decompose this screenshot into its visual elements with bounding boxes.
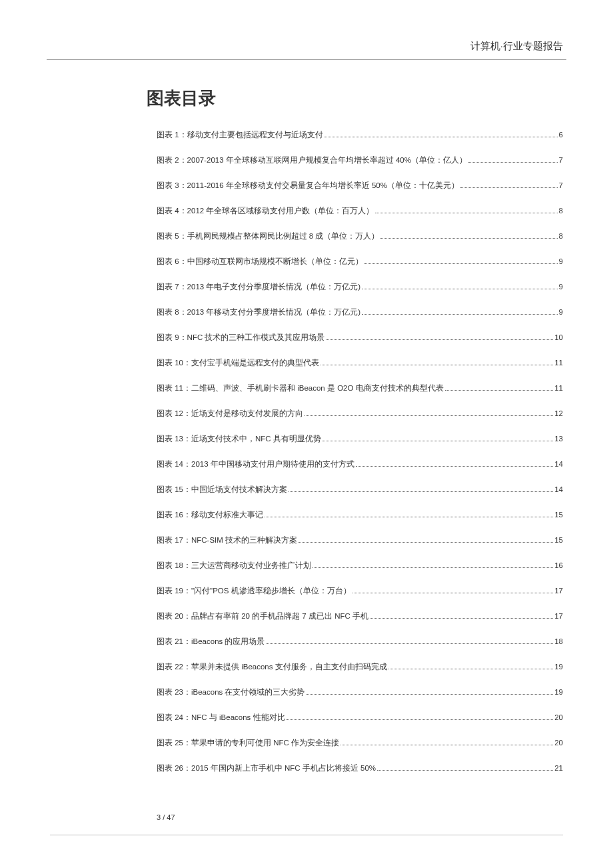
toc-entry[interactable]: 图表 4：2012 年全球各区域移动支付用户数（单位：百万人）8 <box>157 206 563 216</box>
toc-leader <box>289 491 553 492</box>
toc-entry-page: 11 <box>554 384 563 392</box>
toc-entry[interactable]: 图表 3：2011-2016 年全球移动支付交易量复合年均增长率近 50%（单位… <box>157 181 563 191</box>
toc-leader <box>265 517 553 517</box>
toc-entry-page: 6 <box>559 131 563 139</box>
toc-leader <box>340 745 553 745</box>
toc-entry-text: 图表 3：2011-2016 年全球移动支付交易量复合年均增长率近 50%（单位… <box>157 181 459 191</box>
toc-entry-text: 图表 14：2013 年中国移动支付用户期待使用的支付方式 <box>157 459 354 469</box>
toc-leader <box>306 694 554 695</box>
toc-entry-text: 图表 5：手机网民规模占整体网民比例超过 8 成（单位：万人） <box>157 231 379 241</box>
toc-entry[interactable]: 图表 21：iBeacons 的应用场景18 <box>157 637 563 647</box>
toc-entry[interactable]: 图表 5：手机网民规模占整体网民比例超过 8 成（单位：万人）8 <box>157 231 563 241</box>
toc-entry-text: 图表 8：2013 年移动支付分季度增长情况（单位：万亿元) <box>157 307 360 317</box>
toc-entry-page: 20 <box>554 739 563 747</box>
toc-entry[interactable]: 图表 12：近场支付是移动支付发展的方向12 <box>157 409 563 419</box>
toc-entry[interactable]: 图表 19："闪付"POS 机渗透率稳步增长（单位：万台）17 <box>157 586 563 596</box>
toc-leader <box>326 339 553 340</box>
toc-entry-page: 9 <box>559 308 563 316</box>
toc-leader <box>362 289 557 289</box>
toc-title: 图表目录 <box>147 87 566 110</box>
toc-entry[interactable]: 图表 7：2013 年电子支付分季度增长情况（单位：万亿元)9 <box>157 282 563 292</box>
header-category: 计算机·行业专题报告 <box>47 40 566 53</box>
toc-entry-text: 图表 12：近场支付是移动支付发展的方向 <box>157 409 303 419</box>
toc-entry-text: 图表 9：NFC 技术的三种工作模式及其应用场景 <box>157 333 324 343</box>
toc-entry[interactable]: 图表 24：NFC 与 iBeacons 性能对比20 <box>157 713 563 723</box>
toc-entry[interactable]: 图表 26：2015 年国内新上市手机中 NFC 手机占比将接近 50%21 <box>157 763 563 773</box>
toc-entry[interactable]: 图表 1：移动支付主要包括远程支付与近场支付6 <box>157 130 563 140</box>
toc-entry[interactable]: 图表 20：品牌占有率前 20 的手机品牌超 7 成已出 NFC 手机17 <box>157 611 563 621</box>
toc-entry-text: 图表 22：苹果并未提供 iBeacons 支付服务，自主支付由扫码完成 <box>157 662 387 672</box>
toc-entry-page: 17 <box>554 587 563 595</box>
toc-leader <box>445 390 554 391</box>
document-page: 计算机·行业专题报告 图表目录 图表 1：移动支付主要包括远程支付与近场支付6图… <box>0 0 613 868</box>
top-divider <box>47 59 566 60</box>
toc-entry-text: 图表 15：中国近场支付技术解决方案 <box>157 485 287 495</box>
toc-entry-page: 9 <box>559 257 563 265</box>
toc-entry-text: 图表 1：移动支付主要包括远程支付与近场支付 <box>157 130 323 140</box>
toc-entry[interactable]: 图表 10：支付宝手机端是远程支付的典型代表11 <box>157 358 563 368</box>
toc-entry[interactable]: 图表 14：2013 年中国移动支付用户期待使用的支付方式14 <box>157 459 563 469</box>
toc-entry[interactable]: 图表 23：iBeacons 在支付领域的三大劣势19 <box>157 687 563 697</box>
toc-leader <box>468 162 558 163</box>
toc-leader <box>460 187 558 188</box>
toc-entry-page: 8 <box>559 232 563 240</box>
toc-entry-text: 图表 17：NFC-SIM 技术的三种解决方案 <box>157 535 297 545</box>
toc-leader <box>380 238 557 239</box>
footer: 3 / 47 <box>47 813 566 835</box>
toc-entry-page: 16 <box>554 561 563 569</box>
toc-entry-text: 图表 11：二维码、声波、手机刷卡器和 iBeacon 是 O2O 电商支付技术… <box>157 383 444 393</box>
toc-entry-page: 14 <box>554 460 563 468</box>
toc-entry-page: 10 <box>554 333 563 341</box>
toc-entry-text: 图表 4：2012 年全球各区域移动支付用户数（单位：百万人） <box>157 206 374 216</box>
toc-entry[interactable]: 图表 15：中国近场支付技术解决方案14 <box>157 485 563 495</box>
toc-leader <box>322 441 553 441</box>
toc-entry-text: 图表 19："闪付"POS 机渗透率稳步增长（单位：万台） <box>157 586 351 596</box>
toc-entry-text: 图表 21：iBeacons 的应用场景 <box>157 637 265 647</box>
toc-entry-text: 图表 13：近场支付技术中，NFC 具有明显优势 <box>157 434 321 444</box>
toc-entry[interactable]: 图表 17：NFC-SIM 技术的三种解决方案15 <box>157 535 563 545</box>
toc-entry-page: 17 <box>554 612 563 620</box>
toc-leader <box>370 618 553 619</box>
toc-entry-text: 图表 20：品牌占有率前 20 的手机品牌超 7 成已出 NFC 手机 <box>157 611 368 621</box>
toc-leader <box>377 770 553 771</box>
bottom-divider <box>50 835 563 835</box>
toc-entry-page: 8 <box>559 207 563 215</box>
toc-entry-page: 7 <box>559 181 563 189</box>
toc-entry-page: 20 <box>554 713 563 721</box>
page-number: 3 / 47 <box>157 813 566 821</box>
toc-entry-page: 13 <box>554 435 563 443</box>
toc-entry-page: 15 <box>554 536 563 544</box>
toc-leader <box>312 567 553 568</box>
toc-entry-text: 图表 24：NFC 与 iBeacons 性能对比 <box>157 713 285 723</box>
toc-entry-text: 图表 23：iBeacons 在支付领域的三大劣势 <box>157 687 305 697</box>
toc-entry-text: 图表 16：移动支付标准大事记 <box>157 510 263 520</box>
toc-entry[interactable]: 图表 11：二维码、声波、手机刷卡器和 iBeacon 是 O2O 电商支付技术… <box>157 383 563 393</box>
toc-list: 图表 1：移动支付主要包括远程支付与近场支付6图表 2：2007-2013 年全… <box>157 130 563 773</box>
toc-entry-page: 7 <box>559 156 563 164</box>
toc-entry-page: 18 <box>554 637 563 645</box>
toc-entry-text: 图表 18：三大运营商移动支付业务推广计划 <box>157 561 311 571</box>
toc-leader <box>356 466 553 467</box>
toc-entry[interactable]: 图表 8：2013 年移动支付分季度增长情况（单位：万亿元)9 <box>157 307 563 317</box>
toc-leader <box>267 643 554 644</box>
toc-entry[interactable]: 图表 25：苹果申请的专利可使用 NFC 作为安全连接20 <box>157 738 563 748</box>
toc-entry-text: 图表 25：苹果申请的专利可使用 NFC 作为安全连接 <box>157 738 339 748</box>
toc-entry[interactable]: 图表 6：中国移动互联网市场规模不断增长（单位：亿元）9 <box>157 257 563 267</box>
toc-entry[interactable]: 图表 18：三大运营商移动支付业务推广计划16 <box>157 561 563 571</box>
toc-leader <box>299 542 553 543</box>
toc-entry[interactable]: 图表 13：近场支付技术中，NFC 具有明显优势13 <box>157 434 563 444</box>
toc-entry[interactable]: 图表 9：NFC 技术的三种工作模式及其应用场景10 <box>157 333 563 343</box>
toc-entry-text: 图表 7：2013 年电子支付分季度增长情况（单位：万亿元) <box>157 282 360 292</box>
toc-leader <box>364 263 558 264</box>
toc-entry-page: 12 <box>554 409 563 417</box>
toc-entry-text: 图表 10：支付宝手机端是远程支付的典型代表 <box>157 358 319 368</box>
toc-entry-page: 19 <box>554 663 563 671</box>
toc-entry[interactable]: 图表 2：2007-2013 年全球移动互联网用户规模复合年均增长率超过 40%… <box>157 155 563 165</box>
toc-entry-text: 图表 6：中国移动互联网市场规模不断增长（单位：亿元） <box>157 257 363 267</box>
toc-entry-text: 图表 26：2015 年国内新上市手机中 NFC 手机占比将接近 50% <box>157 763 376 773</box>
toc-entry[interactable]: 图表 16：移动支付标准大事记15 <box>157 510 563 520</box>
toc-leader <box>287 719 554 720</box>
toc-entry-page: 21 <box>554 764 563 772</box>
toc-entry-page: 19 <box>554 688 563 696</box>
toc-entry[interactable]: 图表 22：苹果并未提供 iBeacons 支付服务，自主支付由扫码完成19 <box>157 662 563 672</box>
